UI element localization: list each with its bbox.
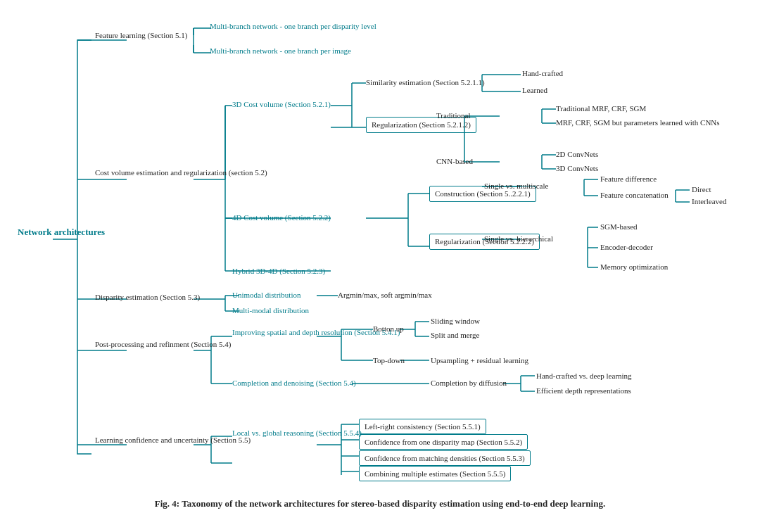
learning-conf-node: Learning confidence and uncertainty (Sec… [95,435,251,445]
sgm-based-node: SGM-based [600,222,638,232]
similarity-node: Similarity estimation (Section 5.2.1.1) [366,77,485,87]
top-down-node: Top-down [373,355,405,365]
taxonomy-diagram: Network architectures Feature learning (… [14,7,746,493]
unimodal-node: Unimodal distribution [232,290,300,300]
mrf-crf-sgm-node: MRF, CRF, SGM but parameters learned wit… [556,118,720,127]
direct-node: Direct [692,184,711,194]
caption-text: Fig. 4: Taxonomy of the network architec… [155,498,605,509]
feature-diff-node: Feature difference [600,174,657,184]
argmin-node: Argmin/max, soft argmin/max [338,290,432,300]
feature-concat-node: Feature concatenation [600,190,669,200]
conf-matching-node: Confidence from matching densities (Sect… [359,450,531,466]
single-multiscale-node: Single vs. multiscale [484,181,548,191]
convnets-2d-node: 2D ConvNets [556,149,598,159]
multimodal-node: Multi-modal distribution [232,305,309,315]
completion-node: Completion and denoising (Section 5.4) [232,378,356,388]
multi-branch-image-node: Multi-branch network - one branch per im… [210,46,351,56]
multi-branch-disparity-node: Multi-branch network - one branch per di… [210,21,376,31]
traditional-mrf-node: Traditional MRF, CRF, SGM [556,103,646,113]
post-proc-node: Post-processing and refinment (Section 5… [95,339,231,350]
left-right-node: Left-right consistency (Section 5.5.1) [359,419,486,434]
botton-up-node: Botton up [373,324,404,334]
traditional-node: Traditional [436,110,471,120]
convnets-3d-node: 3D ConvNets [556,163,598,173]
efficient-depth-node: Efficient depth representations [536,386,631,395]
upsampling-node: Upsampling + residual learning [431,355,528,365]
interleaved-node: Interleaved [692,196,726,206]
learned-node: Learned [522,85,547,95]
feature-learning-node: Feature learning (Section 5.1) [95,30,187,41]
hand-crafted-node: Hand-crafted [522,68,563,78]
root-node: Network architectures [18,227,105,239]
conf-one-disp-node: Confidence from one disparity map (Secti… [359,434,528,450]
combining-node: Combining multiple estimates (Section 5.… [359,466,511,481]
cost-volume-node: Cost volume estimation and regularizatio… [95,167,267,178]
memory-opt-node: Memory optimization [600,262,668,272]
split-merge-node: Split and merge [431,330,479,340]
figure-caption: Fig. 4: Taxonomy of the network architec… [14,498,746,509]
cost-3d-node: 3D Cost volume (Section 5.2.1) [232,99,331,109]
sliding-window-node: Sliding window [431,316,480,326]
local-global-node: Local vs. global reasoning (Section 5.5.… [232,428,362,438]
encoder-decoder-node: Encoder-decoder [600,242,653,252]
completion-diffusion-node: Completion by diffusion [431,378,507,388]
cnn-based-node: CNN-based [436,156,473,166]
single-hier-node: Single vs. hierarchical [484,234,553,243]
disparity-est-node: Disparity estimation (Section 5.3) [95,292,200,303]
hand-vs-deep-node: Hand-crafted vs. deep learning [536,371,632,381]
cost-4d-node: 4D Cost volume (Section 5.2.2) [232,213,331,222]
hybrid-node: Hybrid 3D-4D (Section 5.2.3) [232,266,325,276]
